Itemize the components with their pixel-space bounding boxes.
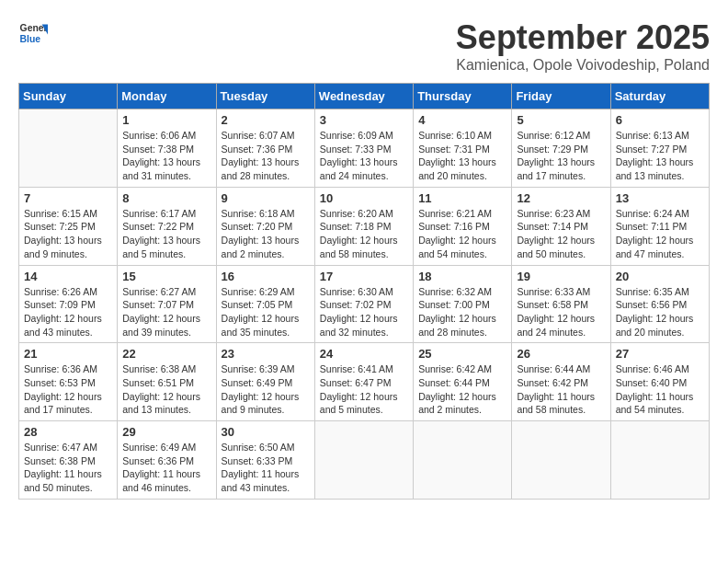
- day-number: 8: [122, 191, 210, 205]
- col-monday: Monday: [118, 84, 216, 109]
- day-info: Sunrise: 6:49 AM Sunset: 6:36 PM Dayligh…: [122, 441, 210, 495]
- day-number: 27: [616, 347, 704, 361]
- day-number: 3: [320, 113, 408, 127]
- day-number: 11: [418, 191, 506, 205]
- table-row: 16Sunrise: 6:29 AM Sunset: 7:05 PM Dayli…: [216, 265, 314, 343]
- day-number: 25: [418, 347, 506, 361]
- day-number: 15: [122, 270, 210, 283]
- day-info: Sunrise: 6:10 AM Sunset: 7:31 PM Dayligh…: [418, 129, 506, 183]
- location-subtitle: Kamienica, Opole Voivodeship, Poland: [456, 57, 710, 74]
- day-info: Sunrise: 6:39 AM Sunset: 6:49 PM Dayligh…: [222, 362, 310, 417]
- table-row: [19, 109, 118, 188]
- day-info: Sunrise: 6:33 AM Sunset: 6:58 PM Dayligh…: [517, 285, 605, 339]
- day-number: 22: [122, 347, 210, 361]
- table-row: 14Sunrise: 6:26 AM Sunset: 7:09 PM Dayli…: [19, 265, 118, 343]
- col-friday: Friday: [512, 84, 610, 109]
- table-row: 8Sunrise: 6:17 AM Sunset: 7:22 PM Daylig…: [118, 187, 216, 265]
- table-row: [414, 421, 512, 500]
- day-number: 19: [517, 270, 605, 283]
- table-row: [512, 421, 610, 500]
- day-info: Sunrise: 6:47 AM Sunset: 6:38 PM Dayligh…: [24, 441, 112, 495]
- col-sunday: Sunday: [19, 84, 118, 109]
- day-number: 1: [122, 113, 210, 127]
- table-row: 27Sunrise: 6:46 AM Sunset: 6:40 PM Dayli…: [610, 343, 709, 421]
- month-title: September 2025: [456, 18, 710, 57]
- table-row: 10Sunrise: 6:20 AM Sunset: 7:18 PM Dayli…: [314, 187, 413, 265]
- table-row: 21Sunrise: 6:36 AM Sunset: 6:53 PM Dayli…: [19, 343, 118, 421]
- table-row: 6Sunrise: 6:13 AM Sunset: 7:27 PM Daylig…: [610, 109, 709, 188]
- day-number: 14: [24, 270, 112, 283]
- day-number: 5: [517, 113, 605, 127]
- table-row: 28Sunrise: 6:47 AM Sunset: 6:38 PM Dayli…: [19, 421, 118, 500]
- col-saturday: Saturday: [610, 84, 709, 109]
- table-row: 7Sunrise: 6:15 AM Sunset: 7:25 PM Daylig…: [19, 187, 118, 265]
- day-info: Sunrise: 6:41 AM Sunset: 6:47 PM Dayligh…: [320, 362, 408, 417]
- table-row: 5Sunrise: 6:12 AM Sunset: 7:29 PM Daylig…: [512, 109, 610, 188]
- day-number: 7: [24, 191, 112, 205]
- day-number: 2: [222, 113, 310, 127]
- table-row: 9Sunrise: 6:18 AM Sunset: 7:20 PM Daylig…: [216, 187, 314, 265]
- day-number: 4: [418, 113, 506, 127]
- day-info: Sunrise: 6:42 AM Sunset: 6:44 PM Dayligh…: [418, 362, 506, 417]
- day-number: 10: [320, 191, 408, 205]
- col-tuesday: Tuesday: [216, 84, 314, 109]
- calendar-header-row: Sunday Monday Tuesday Wednesday Thursday…: [19, 84, 710, 109]
- day-number: 21: [24, 347, 112, 361]
- day-number: 24: [320, 347, 408, 361]
- day-info: Sunrise: 6:06 AM Sunset: 7:38 PM Dayligh…: [122, 129, 210, 183]
- day-number: 18: [418, 270, 506, 283]
- table-row: 19Sunrise: 6:33 AM Sunset: 6:58 PM Dayli…: [512, 265, 610, 343]
- day-number: 6: [616, 113, 704, 127]
- day-info: Sunrise: 6:46 AM Sunset: 6:40 PM Dayligh…: [616, 362, 704, 417]
- page-header: General Blue September 2025 Kamienica, O…: [18, 18, 710, 74]
- day-info: Sunrise: 6:29 AM Sunset: 7:05 PM Dayligh…: [222, 285, 310, 339]
- calendar-table: Sunday Monday Tuesday Wednesday Thursday…: [18, 83, 710, 500]
- day-info: Sunrise: 6:50 AM Sunset: 6:33 PM Dayligh…: [222, 441, 310, 495]
- day-number: 26: [517, 347, 605, 361]
- day-info: Sunrise: 6:13 AM Sunset: 7:27 PM Dayligh…: [616, 129, 704, 183]
- table-row: 26Sunrise: 6:44 AM Sunset: 6:42 PM Dayli…: [512, 343, 610, 421]
- day-info: Sunrise: 6:17 AM Sunset: 7:22 PM Dayligh…: [122, 207, 210, 261]
- day-info: Sunrise: 6:12 AM Sunset: 7:29 PM Dayligh…: [517, 129, 605, 183]
- title-block: September 2025 Kamienica, Opole Voivodes…: [456, 18, 710, 74]
- table-row: 11Sunrise: 6:21 AM Sunset: 7:16 PM Dayli…: [414, 187, 512, 265]
- day-info: Sunrise: 6:18 AM Sunset: 7:20 PM Dayligh…: [222, 207, 310, 261]
- day-number: 20: [616, 270, 704, 283]
- day-number: 23: [222, 347, 310, 361]
- day-info: Sunrise: 6:20 AM Sunset: 7:18 PM Dayligh…: [320, 207, 408, 261]
- table-row: 22Sunrise: 6:38 AM Sunset: 6:51 PM Dayli…: [118, 343, 216, 421]
- table-row: 24Sunrise: 6:41 AM Sunset: 6:47 PM Dayli…: [314, 343, 413, 421]
- table-row: 30Sunrise: 6:50 AM Sunset: 6:33 PM Dayli…: [216, 421, 314, 500]
- day-info: Sunrise: 6:24 AM Sunset: 7:11 PM Dayligh…: [616, 207, 704, 261]
- day-number: 17: [320, 270, 408, 283]
- table-row: 18Sunrise: 6:32 AM Sunset: 7:00 PM Dayli…: [414, 265, 512, 343]
- table-row: 3Sunrise: 6:09 AM Sunset: 7:33 PM Daylig…: [314, 109, 413, 188]
- day-info: Sunrise: 6:30 AM Sunset: 7:02 PM Dayligh…: [320, 285, 408, 339]
- day-info: Sunrise: 6:07 AM Sunset: 7:36 PM Dayligh…: [222, 129, 310, 183]
- day-info: Sunrise: 6:44 AM Sunset: 6:42 PM Dayligh…: [517, 362, 605, 417]
- table-row: 29Sunrise: 6:49 AM Sunset: 6:36 PM Dayli…: [118, 421, 216, 500]
- day-number: 29: [122, 425, 210, 439]
- table-row: 25Sunrise: 6:42 AM Sunset: 6:44 PM Dayli…: [414, 343, 512, 421]
- day-info: Sunrise: 6:21 AM Sunset: 7:16 PM Dayligh…: [418, 207, 506, 261]
- day-number: 13: [616, 191, 704, 205]
- day-info: Sunrise: 6:27 AM Sunset: 7:07 PM Dayligh…: [122, 285, 210, 339]
- table-row: [610, 421, 709, 500]
- day-info: Sunrise: 6:36 AM Sunset: 6:53 PM Dayligh…: [24, 362, 112, 417]
- table-row: [314, 421, 413, 500]
- day-number: 16: [222, 270, 310, 283]
- day-info: Sunrise: 6:38 AM Sunset: 6:51 PM Dayligh…: [122, 362, 210, 417]
- table-row: 13Sunrise: 6:24 AM Sunset: 7:11 PM Dayli…: [610, 187, 709, 265]
- day-info: Sunrise: 6:23 AM Sunset: 7:14 PM Dayligh…: [517, 207, 605, 261]
- svg-text:Blue: Blue: [20, 34, 41, 44]
- table-row: 15Sunrise: 6:27 AM Sunset: 7:07 PM Dayli…: [118, 265, 216, 343]
- day-info: Sunrise: 6:32 AM Sunset: 7:00 PM Dayligh…: [418, 285, 506, 339]
- day-info: Sunrise: 6:09 AM Sunset: 7:33 PM Dayligh…: [320, 129, 408, 183]
- day-info: Sunrise: 6:26 AM Sunset: 7:09 PM Dayligh…: [24, 285, 112, 339]
- day-info: Sunrise: 6:15 AM Sunset: 7:25 PM Dayligh…: [24, 207, 112, 261]
- day-number: 30: [222, 425, 310, 439]
- day-info: Sunrise: 6:35 AM Sunset: 6:56 PM Dayligh…: [616, 285, 704, 339]
- logo-icon: General Blue: [18, 18, 48, 48]
- table-row: 20Sunrise: 6:35 AM Sunset: 6:56 PM Dayli…: [610, 265, 709, 343]
- table-row: 4Sunrise: 6:10 AM Sunset: 7:31 PM Daylig…: [414, 109, 512, 188]
